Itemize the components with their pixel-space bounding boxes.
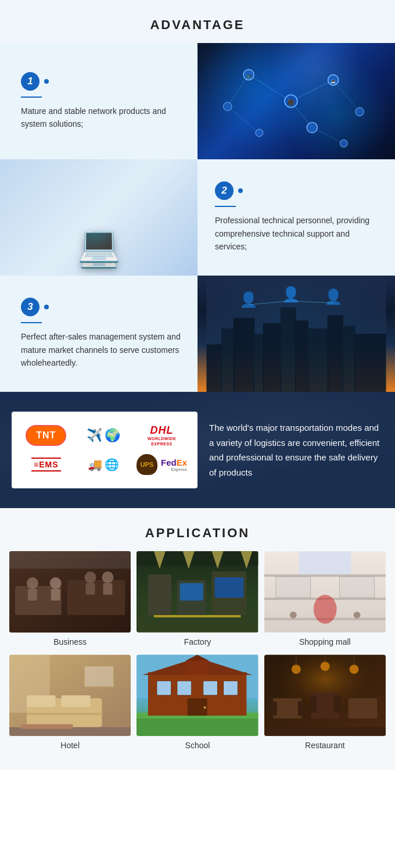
svg-rect-20: [221, 328, 235, 392]
svg-rect-94: [273, 698, 302, 719]
svg-rect-41: [51, 589, 60, 601]
plane-icon: ✈️: [87, 428, 102, 443]
svg-text:⬛: ⬛: [288, 99, 295, 106]
svg-line-6: [228, 106, 260, 133]
advantage-divider-1: [21, 97, 42, 98]
tnt-badge: TNT: [26, 425, 66, 446]
svg-rect-19: [206, 344, 222, 392]
fedex-express: Express: [161, 467, 187, 471]
ems-logo-wrap: ≡EMS: [22, 458, 70, 471]
app-item-school: School: [137, 655, 258, 752]
svg-text:📺: 📺: [246, 73, 252, 78]
laptop-icon: 💻: [79, 232, 119, 270]
svg-rect-28: [342, 326, 356, 392]
school-image-bg: [137, 655, 258, 736]
app-label-restaurant: Restaurant: [305, 741, 344, 752]
business-svg: [9, 551, 131, 633]
app-image-shopping: [264, 551, 386, 633]
application-title: APPLICATION: [0, 520, 395, 551]
svg-text:👤: 👤: [282, 285, 300, 303]
svg-rect-43: [86, 583, 95, 595]
svg-point-38: [27, 577, 38, 589]
truck-globe-icons: 🚚 🌐: [79, 458, 127, 471]
svg-rect-61: [264, 574, 386, 577]
application-grid: Business: [0, 551, 395, 752]
svg-line-3: [228, 75, 249, 107]
fedex-fe: Fed: [161, 458, 177, 467]
svg-point-42: [85, 571, 96, 583]
svg-text:👤: 👤: [324, 288, 343, 306]
city-svg: 👤 👤 👤: [198, 276, 395, 392]
advantage-image-3: 👤 👤 👤: [198, 276, 395, 392]
svg-line-1: [291, 80, 333, 101]
svg-rect-64: [276, 577, 311, 598]
hotel-image-bg: [9, 655, 131, 736]
fedex-ex: Ex: [177, 458, 187, 467]
svg-text:💻: 💻: [331, 78, 336, 84]
advantage-num-2-wrap: 2: [215, 181, 374, 200]
app-item-restaurant: Restaurant: [264, 655, 386, 752]
svg-point-13: [340, 140, 347, 147]
advantage-title: ADVANTAGE: [0, 12, 395, 43]
app-label-hotel: Hotel: [60, 741, 80, 752]
advantage-grid: 1 Mature and stable network products and…: [0, 43, 395, 392]
svg-rect-39: [28, 589, 37, 601]
svg-rect-57: [180, 583, 203, 601]
svg-rect-53: [154, 615, 241, 617]
svg-point-103: [349, 665, 358, 674]
logistics-logos-box: TNT ✈️ 🌍 DHL WORLDWIDE EXPRESS ≡EMS 🚚 🌐 …: [12, 412, 198, 488]
svg-rect-98: [297, 701, 304, 716]
ups-logo: UPS: [137, 454, 157, 475]
svg-rect-54: [148, 574, 171, 615]
svg-rect-25: [295, 320, 308, 392]
advantage-num-2: 2: [215, 181, 234, 200]
svg-rect-73: [62, 695, 91, 707]
advantage-num-1: 1: [21, 72, 40, 91]
fedex-logo: FedEx Express: [161, 458, 187, 471]
logistics-description: The world's major transportation modes a…: [209, 420, 383, 480]
svg-point-14: [256, 129, 263, 137]
advantage-dot-1: [44, 79, 49, 84]
svg-point-12: [356, 108, 364, 116]
app-item-business: Business: [9, 551, 131, 649]
factory-svg: [137, 551, 258, 633]
svg-point-102: [320, 662, 329, 671]
svg-rect-22: [253, 334, 264, 392]
dhl-letters: DHL: [137, 424, 187, 437]
app-image-restaurant: [264, 655, 386, 736]
svg-rect-46: [9, 551, 131, 569]
ups-fedex-wrap: UPS FedEx Express: [137, 454, 187, 475]
advantage-image-2: 💻: [0, 159, 198, 276]
svg-point-40: [50, 577, 62, 589]
svg-rect-96: [348, 698, 377, 719]
app-item-shopping: Shopping mall: [264, 551, 386, 649]
svg-point-68: [353, 612, 360, 619]
svg-rect-27: [328, 315, 343, 392]
svg-point-11: [224, 102, 232, 111]
svg-line-4: [333, 80, 360, 112]
svg-rect-24: [281, 308, 296, 392]
svg-rect-23: [263, 323, 282, 392]
app-label-school: School: [185, 741, 210, 752]
app-image-school: [137, 655, 258, 736]
advantage-divider-3: [21, 322, 42, 323]
ems-text: ≡EMS: [31, 458, 61, 471]
hotel-svg: [9, 655, 131, 736]
svg-rect-85: [177, 681, 192, 695]
advantage-num-3-wrap: 3: [21, 298, 181, 316]
svg-rect-74: [27, 713, 102, 715]
svg-rect-107: [264, 727, 386, 736]
globe-icon: 🌍: [105, 428, 120, 443]
svg-rect-84: [157, 681, 171, 695]
svg-rect-99: [309, 695, 316, 713]
svg-rect-65: [339, 577, 374, 598]
factory-image-bg: [137, 551, 258, 633]
svg-rect-60: [299, 551, 351, 574]
dhl-subtitle: WORLDWIDE EXPRESS: [137, 437, 187, 446]
advantage-num-3: 3: [21, 298, 40, 316]
svg-point-101: [292, 665, 301, 674]
advantage-section: ADVANTAGE 1 Mature and stable network pr…: [0, 0, 395, 392]
restaurant-image-bg: [264, 655, 386, 736]
svg-rect-77: [85, 666, 114, 687]
svg-text:👤: 👤: [239, 291, 258, 309]
